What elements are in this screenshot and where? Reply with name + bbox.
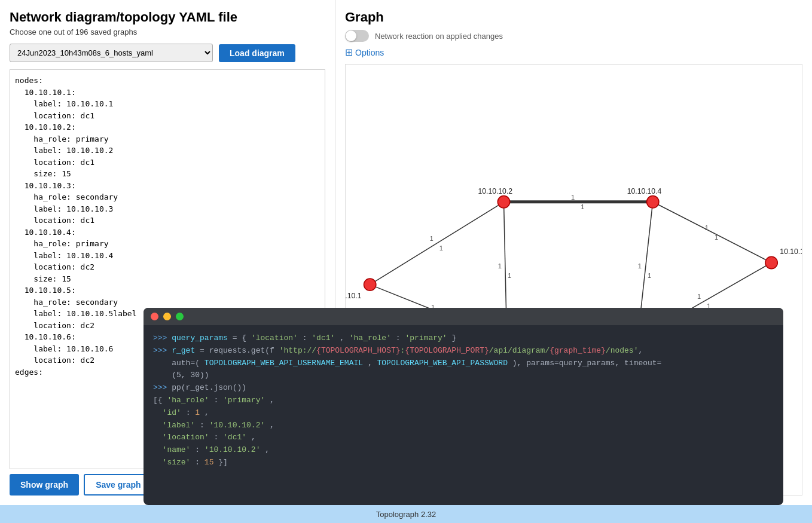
svg-point-30 xyxy=(647,196,659,208)
terminal-overlay: >>> query_params = { 'location' : 'dc1' … xyxy=(144,308,783,505)
options-expand-icon: ⊞ xyxy=(345,47,353,58)
terminal-line-1: >>> query_params = { 'location' : 'dc1' … xyxy=(153,332,774,345)
options-label: Options xyxy=(355,48,384,57)
yaml-line: 10.10.10.2: xyxy=(15,121,320,133)
svg-text:1: 1 xyxy=(439,244,443,252)
toggle-label: Network reaction on applied changes xyxy=(375,32,503,41)
toggle-row: Network reaction on applied changes xyxy=(345,30,802,42)
load-diagram-button[interactable]: Load diagram xyxy=(219,44,295,62)
graph-title: Graph xyxy=(345,10,802,25)
diagram-select[interactable]: 24Jun2023_10h43m08s_6_hosts_yaml xyxy=(10,44,213,62)
network-reaction-toggle[interactable] xyxy=(345,30,369,42)
svg-text:1: 1 xyxy=(429,235,433,242)
yaml-line: size: 15 xyxy=(15,273,320,285)
yaml-line: ha_role: primary xyxy=(15,133,320,145)
yaml-line: label: 10.10.10.1 xyxy=(15,98,320,110)
yaml-line: ha_role: primary xyxy=(15,238,320,250)
svg-text:1: 1 xyxy=(581,203,584,210)
yaml-line: label: 10.10.10.2 xyxy=(15,145,320,157)
footer: Topolograph 2.32 xyxy=(0,505,812,523)
svg-text:10.10.10.6: 10.10.10.6 xyxy=(780,247,802,256)
svg-text:1: 1 xyxy=(697,293,701,300)
page-title: Network diagram/topology YAML file xyxy=(10,10,325,25)
svg-text:10.10.10.4: 10.10.10.4 xyxy=(627,187,662,195)
svg-line-18 xyxy=(653,202,771,263)
svg-text:1: 1 xyxy=(638,262,642,270)
terminal-body[interactable]: >>> query_params = { 'location' : 'dc1' … xyxy=(144,325,783,505)
terminal-line-6: [{ 'ha_role' : 'primary' , xyxy=(153,394,774,407)
svg-text:1: 1 xyxy=(508,272,511,279)
svg-text:10.10.10.2: 10.10.10.2 xyxy=(478,187,512,195)
yaml-line: 10.10.10.3: xyxy=(15,180,320,192)
minimize-dot[interactable] xyxy=(163,313,171,320)
controls-row: 24Jun2023_10h43m08s_6_hosts_yaml Load di… xyxy=(10,44,325,62)
svg-line-0 xyxy=(370,202,504,285)
terminal-line-3: auth=( TOPOLOGRAPH_WEB_API_USERNAME_EMAI… xyxy=(153,357,774,370)
svg-text:1: 1 xyxy=(498,262,502,270)
terminal-line-5: >>> pp(r_get.json()) xyxy=(153,382,774,394)
svg-text:1: 1 xyxy=(571,194,575,201)
terminal-line-10: 'name' : '10.10.10.2' , xyxy=(153,444,774,457)
yaml-line: ha_role: secondary xyxy=(15,296,320,308)
terminal-titlebar xyxy=(144,308,783,325)
maximize-dot[interactable] xyxy=(176,313,184,320)
svg-text:1: 1 xyxy=(648,272,651,279)
yaml-line: location: dc2 xyxy=(15,261,320,273)
toggle-knob xyxy=(346,30,356,41)
yaml-line: 10.10.10.5: xyxy=(15,285,320,296)
show-graph-button[interactable]: Show graph xyxy=(10,474,79,496)
svg-text:10.10.10.1: 10.10.10.1 xyxy=(346,292,362,300)
yaml-line: location: dc1 xyxy=(15,110,320,122)
yaml-line: ha_role: secondary xyxy=(15,191,320,203)
svg-text:1: 1 xyxy=(705,224,709,231)
page-subtitle: Choose one out of 196 saved graphs xyxy=(10,27,325,36)
yaml-line: 10.10.10.4: xyxy=(15,227,320,238)
terminal-line-11: 'size' : 15 }] xyxy=(153,457,774,469)
svg-point-24 xyxy=(364,279,376,290)
terminal-line-4: (5, 30)) xyxy=(153,369,774,382)
terminal-line-9: 'location' : 'dc1' , xyxy=(153,432,774,444)
yaml-line: 10.10.10.1: xyxy=(15,87,320,99)
yaml-line: nodes: xyxy=(15,75,320,87)
options-row[interactable]: ⊞ Options xyxy=(345,47,802,58)
svg-text:1: 1 xyxy=(715,234,718,241)
yaml-line: label: 10.10.10.4 xyxy=(15,250,320,262)
save-graph-button[interactable]: Save graph xyxy=(84,474,152,496)
footer-text: Topolograph 2.32 xyxy=(376,510,436,519)
terminal-line-8: 'label' : '10.10.10.2' , xyxy=(153,420,774,432)
close-dot[interactable] xyxy=(151,313,158,320)
svg-point-26 xyxy=(497,196,509,208)
terminal-line-2: >>> r_get = requests.get(f 'http://{TOPO… xyxy=(153,345,774,357)
yaml-line: label: 10.10.10.3 xyxy=(15,203,320,215)
yaml-line: location: dc1 xyxy=(15,215,320,227)
terminal-line-7: 'id' : 1 , xyxy=(153,407,774,420)
yaml-line: location: dc1 xyxy=(15,157,320,169)
yaml-line: size: 15 xyxy=(15,168,320,180)
svg-point-34 xyxy=(765,256,777,268)
